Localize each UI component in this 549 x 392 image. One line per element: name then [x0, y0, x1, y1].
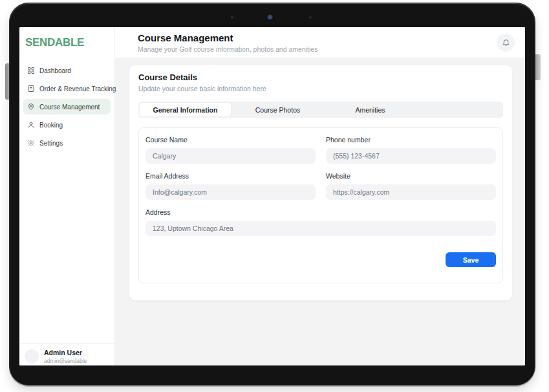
user-name: Admin User: [44, 349, 87, 356]
tab-amenities[interactable]: Amenities: [325, 103, 416, 116]
card-title: Course Details: [138, 72, 503, 82]
tab-general-information[interactable]: General Information: [140, 103, 231, 116]
course-details-card: Course Details Update your course basic …: [129, 65, 513, 301]
notifications-button[interactable]: [497, 34, 515, 52]
phone-number-field-group: Phone number: [326, 136, 496, 164]
sidebar: SENDABLE Dashboard Order & Revenue Track…: [19, 27, 115, 365]
save-button[interactable]: Save: [446, 252, 496, 267]
sidebar-item-order-revenue-tracking[interactable]: Order & Revenue Tracking: [23, 81, 111, 96]
card-subtitle: Update your course basic information her…: [138, 85, 503, 93]
sidebar-item-label: Order & Revenue Tracking: [39, 85, 116, 93]
user-profile[interactable]: Admin User admin@sendable: [19, 343, 114, 365]
form-grid: Course Name Phone number Email Address: [145, 136, 496, 236]
sensor-dot-right: [309, 16, 312, 19]
course-name-input[interactable]: [145, 148, 316, 164]
course-name-field-group: Course Name: [145, 136, 316, 164]
sidebar-nav: Dashboard Order & Revenue Tracking Cours…: [19, 63, 114, 151]
address-field-group: Address: [145, 208, 496, 236]
sidebar-item-label: Settings: [39, 140, 63, 147]
sidebar-item-label: Course Management: [39, 103, 100, 111]
website-field-group: Website: [326, 172, 496, 200]
bell-icon: [502, 38, 510, 47]
sidebar-item-settings[interactable]: Settings: [23, 135, 111, 151]
user-email: admin@sendable: [44, 358, 87, 364]
sensor-dot-left: [231, 16, 233, 19]
map-pin-icon: [27, 103, 35, 111]
sidebar-item-dashboard[interactable]: Dashboard: [23, 63, 111, 78]
email-address-label: Email Address: [145, 172, 316, 180]
page-header-text: Course Management Manage your Golf cours…: [138, 32, 318, 53]
sidebar-item-course-management[interactable]: Course Management: [23, 99, 111, 114]
phone-number-label: Phone number: [326, 136, 496, 144]
phone-number-input[interactable]: [326, 148, 496, 164]
website-input[interactable]: [326, 184, 496, 200]
sidebar-item-label: Booking: [39, 122, 63, 129]
app-screen: SENDABLE Dashboard Order & Revenue Track…: [19, 27, 525, 365]
grid-icon: [27, 67, 35, 74]
sidebar-item-booking[interactable]: Booking: [23, 117, 111, 133]
brand-logo: SENDABLE: [25, 36, 114, 49]
gear-icon: [27, 139, 35, 147]
page-header: Course Management Manage your Golf cours…: [115, 27, 525, 58]
email-address-input[interactable]: [145, 184, 316, 200]
save-row: Save: [145, 252, 496, 267]
course-name-label: Course Name: [145, 136, 316, 144]
address-input[interactable]: [145, 221, 496, 236]
front-camera: [267, 14, 274, 21]
user-info: Admin User admin@sendable: [44, 349, 87, 364]
tab-course-photos[interactable]: Course Photos: [232, 103, 323, 116]
page-subtitle: Manage your Golf course information, pho…: [138, 45, 318, 53]
avatar: [25, 349, 39, 364]
tab-bar: General Information Course Photos Amenit…: [138, 102, 503, 118]
general-information-form: Course Name Phone number Email Address: [138, 127, 503, 283]
website-label: Website: [326, 172, 496, 180]
main-content: Course Details Update your course basic …: [115, 58, 525, 365]
sidebar-item-label: Dashboard: [39, 67, 71, 74]
tablet-mockup: SENDABLE Dashboard Order & Revenue Track…: [0, 0, 549, 392]
user-icon: [27, 121, 35, 129]
content-pane: Course Management Manage your Golf cours…: [115, 27, 525, 365]
email-address-field-group: Email Address: [145, 172, 316, 200]
page-title: Course Management: [138, 32, 318, 43]
document-icon: [27, 85, 35, 93]
address-label: Address: [145, 208, 496, 216]
